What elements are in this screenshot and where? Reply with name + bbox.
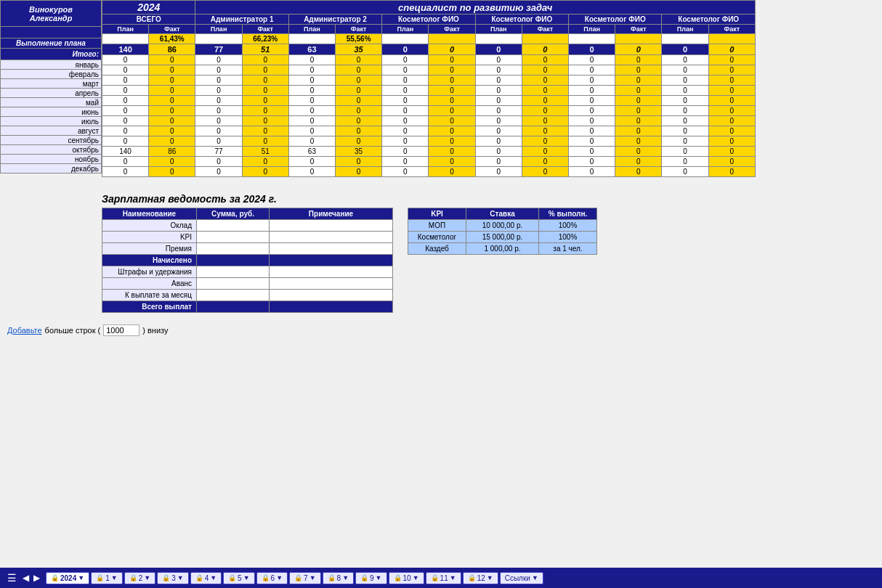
sub-plan-5: План: [475, 25, 522, 34]
month-oct: октябрь: [1, 145, 102, 155]
feb-fact-5: 0: [522, 65, 568, 75]
col-kos4: Косметолог ФИО: [662, 15, 756, 25]
year-header: 2024: [102, 1, 195, 15]
sub-fact-6: Факт: [615, 25, 662, 34]
feb-fact-7: 0: [708, 65, 755, 75]
month-sep: сентябрь: [1, 136, 102, 145]
feb-plan-1: 0: [102, 65, 149, 75]
month-jan: январь: [1, 60, 102, 70]
pct-kos4-fact: [708, 34, 755, 44]
salary-title: Зарплатная ведомость за 2024 г.: [0, 193, 882, 205]
pct-vsego-fact: 61,43%: [149, 34, 195, 44]
sub-plan-4: План: [382, 25, 429, 34]
sal-row-avans: Аванс: [102, 278, 393, 290]
feb-plan-5: 0: [475, 65, 522, 75]
add-rows-input[interactable]: [103, 324, 139, 336]
pct-kos1-plan: [382, 34, 429, 44]
col-kos3: Косметолог ФИО: [569, 15, 662, 25]
pct-kos3-plan: [569, 34, 615, 44]
sal-row-k-viplat: К выплате за месяц: [102, 290, 393, 301]
month-may: май: [1, 98, 102, 107]
kpi-rate-kaz: 1 000,00 р.: [466, 243, 539, 255]
kpi-col-rate: Ставка: [466, 208, 539, 220]
month-jun: июнь: [1, 107, 102, 117]
col-admin1: Администратор 1: [195, 15, 288, 25]
total-fact-kos4: 0: [708, 44, 755, 55]
jan-plan-6: 0: [569, 55, 615, 65]
kpi-col-pct: % выполн.: [539, 208, 597, 220]
feb-fact-1: 0: [149, 65, 195, 75]
pct-admin2-plan: [288, 34, 335, 44]
sub-fact-7: Факт: [708, 25, 755, 34]
col-admin2: Администратор 2: [288, 15, 381, 25]
feb-plan-4: 0: [382, 65, 429, 75]
sal-row-nachisleno: Начислено: [102, 255, 393, 266]
total-plan-kos2: 0: [475, 44, 522, 55]
kpi-row-kosmetolog: Косметолог 15 000,00 р. 100%: [408, 232, 597, 243]
col-kos1: Косметолог ФИО: [382, 15, 475, 25]
feb-plan-3: 0: [288, 65, 335, 75]
sal-row-vsego: Всего выплат: [102, 301, 393, 313]
kpi-pct-kos: 100%: [539, 232, 597, 243]
pct-admin1-fact: 66,23%: [242, 34, 288, 44]
pct-kos2-fact: [522, 34, 568, 44]
sal-col-note: Примечание: [270, 208, 393, 220]
sub-plan-3: План: [288, 25, 335, 34]
month-jul: июль: [1, 117, 102, 126]
sal-row-kpi: KPI: [102, 232, 393, 243]
kpi-pct-mop: 100%: [539, 220, 597, 232]
sub-fact-4: Факт: [429, 25, 475, 34]
total-plan-kos4: 0: [662, 44, 708, 55]
salary-table: Наименование Сумма, руб. Примечание Окла…: [102, 208, 393, 313]
jan-plan-3: 0: [288, 55, 335, 65]
jan-fact-3: 0: [336, 55, 382, 65]
jan-fact-2: 0: [242, 55, 288, 65]
sub-fact-2: Факт: [242, 25, 288, 34]
kpi-name-mop: МОП: [408, 220, 466, 232]
feb-plan-7: 0: [662, 65, 708, 75]
feb-fact-2: 0: [242, 65, 288, 75]
jan-fact-7: 0: [708, 55, 755, 65]
add-rows-area: Добавьте больше строк ( ) внизу: [0, 324, 882, 336]
jan-plan-4: 0: [382, 55, 429, 65]
sub-fact-5: Факт: [522, 25, 568, 34]
add-rows-link[interactable]: Добавьте: [7, 326, 42, 335]
total-plan-admin1: 77: [195, 44, 242, 55]
kpi-rate-kos: 15 000,00 р.: [466, 232, 539, 243]
month-apr: апрель: [1, 89, 102, 98]
total-fact-kos3: 0: [615, 44, 662, 55]
feb-fact-3: 0: [336, 65, 382, 75]
col-kos2: Косметолог ФИО: [475, 15, 568, 25]
total-fact-kos2: 0: [522, 44, 568, 55]
kpi-col-name: KPI: [408, 208, 466, 220]
feb-plan-2: 0: [195, 65, 242, 75]
specialist-header: специалист по развитию задач: [195, 1, 756, 15]
sal-row-oklad: Оклад: [102, 220, 393, 232]
feb-plan-6: 0: [569, 65, 615, 75]
add-rows-suffix: ) внизу: [142, 326, 168, 335]
jan-plan-2: 0: [195, 55, 242, 65]
jan-fact-5: 0: [522, 55, 568, 65]
kpi-table: KPI Ставка % выполн. МОП 10 000,00 р. 10…: [408, 208, 597, 255]
month-mar: март: [1, 79, 102, 89]
sal-col-sum: Сумма, руб.: [197, 208, 270, 220]
user-name: ВинокуровАлександр: [1, 1, 102, 27]
pct-kos2-plan: [475, 34, 522, 44]
col-vsego: ВСЕГО: [102, 15, 195, 25]
jan-plan-5: 0: [475, 55, 522, 65]
feb-fact-6: 0: [615, 65, 662, 75]
month-dec: декабрь: [1, 164, 102, 173]
jan-plan-1: 0: [102, 55, 149, 65]
pct-admin1-plan: [195, 34, 242, 44]
kpi-name-kaz: Каздеб: [408, 243, 466, 255]
kpi-row-mop: МОП 10 000,00 р. 100%: [408, 220, 597, 232]
sal-row-premiya: Премия: [102, 243, 393, 255]
total-fact-admin1: 51: [242, 44, 288, 55]
plan-label: Выполнение плана: [1, 38, 102, 49]
sub-fact-3: Факт: [336, 25, 382, 34]
kpi-name-kos: Косметолог: [408, 232, 466, 243]
pct-vsego-plan: [102, 34, 149, 44]
month-aug: август: [1, 126, 102, 136]
sub-plan-2: План: [195, 25, 242, 34]
month-nov: ноябрь: [1, 155, 102, 164]
